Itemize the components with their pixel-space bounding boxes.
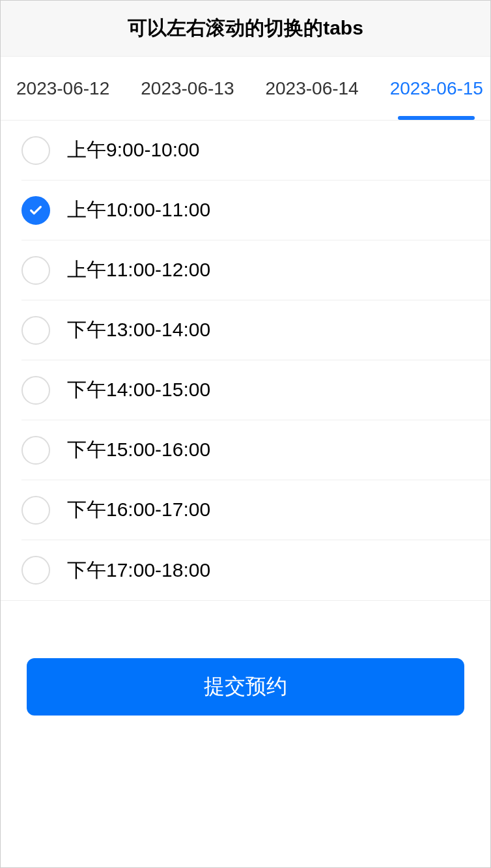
time-slot-row[interactable]: 下午14:00-15:00 xyxy=(21,360,490,420)
header: 可以左右滚动的切换的tabs xyxy=(1,1,490,57)
time-slot-label: 下午15:00-16:00 xyxy=(67,437,210,463)
time-slot-row[interactable]: 上午10:00-11:00 xyxy=(21,181,490,240)
time-slot-label: 上午11:00-12:00 xyxy=(67,257,210,283)
time-slot-row[interactable]: 下午13:00-14:00 xyxy=(21,300,490,360)
radio-button[interactable] xyxy=(21,496,50,525)
time-slot-list: 上午9:00-10:00 上午10:00-11:00 上午11:00-12:00… xyxy=(1,121,490,601)
tab-label: 2023-06-12 xyxy=(16,78,109,99)
tab-label: 2023-06-13 xyxy=(141,78,234,99)
radio-button[interactable] xyxy=(21,316,50,345)
radio-button[interactable] xyxy=(21,436,50,465)
radio-button[interactable] xyxy=(21,376,50,405)
time-slot-label: 下午14:00-15:00 xyxy=(67,377,210,403)
tab-label: 2023-06-15 xyxy=(390,78,483,99)
radio-button[interactable] xyxy=(21,556,50,585)
submit-container: 提交预约 xyxy=(1,601,490,716)
submit-button[interactable]: 提交预约 xyxy=(27,658,464,716)
page-title: 可以左右滚动的切换的tabs xyxy=(128,15,363,42)
radio-button[interactable] xyxy=(21,136,50,165)
time-slot-label: 上午10:00-11:00 xyxy=(67,197,210,224)
time-slot-label: 下午17:00-18:00 xyxy=(67,557,210,584)
tab-label: 2023-06-14 xyxy=(265,78,358,99)
radio-button[interactable] xyxy=(21,196,50,225)
check-icon xyxy=(29,203,43,218)
tab-date-2[interactable]: 2023-06-14 xyxy=(249,57,374,120)
time-slot-row[interactable]: 下午16:00-17:00 xyxy=(21,480,490,540)
submit-button-label: 提交预约 xyxy=(204,673,287,701)
time-slot-row[interactable]: 上午9:00-10:00 xyxy=(21,121,490,181)
time-slot-label: 下午16:00-17:00 xyxy=(67,497,210,523)
date-tabs: 2023-06-12 2023-06-13 2023-06-14 2023-06… xyxy=(1,57,490,121)
time-slot-row[interactable]: 上午11:00-12:00 xyxy=(21,240,490,300)
time-slot-row[interactable]: 下午15:00-16:00 xyxy=(21,420,490,480)
time-slot-label: 上午9:00-10:00 xyxy=(67,137,199,164)
radio-button[interactable] xyxy=(21,256,50,285)
tab-date-1[interactable]: 2023-06-13 xyxy=(125,57,249,120)
time-slot-row[interactable]: 下午17:00-18:00 xyxy=(21,540,490,600)
tab-date-3[interactable]: 2023-06-15 xyxy=(374,57,490,120)
tab-date-0[interactable]: 2023-06-12 xyxy=(1,57,125,120)
time-slot-label: 下午13:00-14:00 xyxy=(67,317,210,343)
